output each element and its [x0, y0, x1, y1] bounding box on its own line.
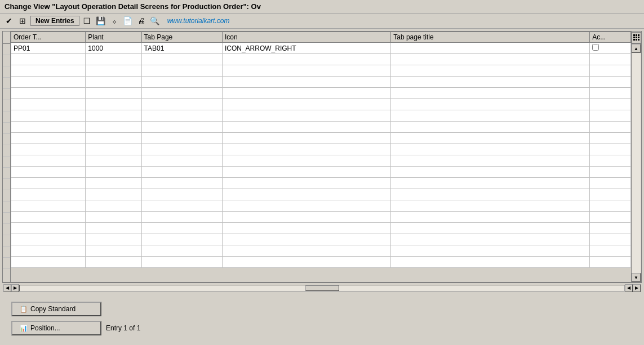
cell-icon[interactable] [222, 122, 390, 133]
cell-plant[interactable] [86, 110, 141, 122]
cell-order_type[interactable] [11, 155, 86, 167]
cell-plant[interactable] [86, 212, 141, 223]
cell-tab_page[interactable] [141, 144, 222, 155]
cell-order_type[interactable] [11, 122, 86, 133]
table-row[interactable] [11, 65, 631, 77]
cell-tab_page[interactable] [141, 88, 222, 99]
cell-icon[interactable] [222, 178, 390, 189]
hscroll-end-left-button[interactable]: ◀ [625, 284, 633, 292]
cell-order_type[interactable] [11, 167, 86, 178]
scroll-down-button[interactable]: ▼ [632, 273, 641, 282]
cell-tab_page_title[interactable] [391, 99, 590, 110]
cell-plant[interactable] [86, 223, 141, 234]
copy-standard-button[interactable]: 📋 Copy Standard [11, 302, 101, 316]
cell-tab_page[interactable] [141, 212, 222, 223]
hscroll-left-button[interactable]: ◀ [3, 284, 11, 292]
cell-tab_page_title[interactable] [391, 65, 590, 77]
cell-tab_page_title[interactable] [391, 223, 590, 234]
cell-order_type[interactable] [11, 133, 86, 144]
undo-icon[interactable]: ⬦ [109, 15, 120, 26]
hscroll-track[interactable] [19, 285, 625, 292]
cell-tab_page[interactable] [141, 245, 222, 257]
cell-plant[interactable] [86, 77, 141, 88]
table-row[interactable] [11, 88, 631, 99]
cell-tab_page_title[interactable] [391, 155, 590, 167]
cell-tab_page[interactable] [141, 223, 222, 234]
cell-icon[interactable] [222, 77, 390, 88]
cell-tab_page_title[interactable] [391, 212, 590, 223]
cell-plant[interactable] [86, 155, 141, 167]
column-selector-icon[interactable] [632, 32, 641, 43]
checkmark-icon[interactable]: ✔ [3, 15, 15, 26]
cell-icon[interactable] [222, 54, 390, 65]
cell-order_type[interactable] [11, 178, 86, 189]
cell-tab_page[interactable] [141, 178, 222, 189]
cell-tab_page_title[interactable] [391, 189, 590, 200]
hscroll-end-right-button[interactable]: ▶ [633, 284, 641, 292]
table-row[interactable] [11, 99, 631, 110]
cell-icon[interactable] [222, 200, 390, 212]
table-row[interactable] [11, 200, 631, 212]
cell-order_type[interactable] [11, 200, 86, 212]
table-row[interactable] [11, 122, 631, 133]
scroll-up-button[interactable]: ▲ [632, 44, 641, 53]
cell-plant[interactable]: 1000 [86, 43, 141, 54]
table-row[interactable] [11, 110, 631, 122]
cell-tab_page_title[interactable] [391, 200, 590, 212]
cell-tab_page[interactable] [141, 234, 222, 245]
cell-plant[interactable] [86, 167, 141, 178]
cell-icon[interactable] [222, 133, 390, 144]
table-row[interactable] [11, 54, 631, 65]
table-row[interactable] [11, 245, 631, 257]
table-row[interactable] [11, 257, 631, 268]
hscroll-right-button[interactable]: ▶ [11, 284, 19, 292]
cell-tab_page[interactable] [141, 122, 222, 133]
ac-checkbox[interactable] [592, 44, 599, 51]
cell-tab_page[interactable] [141, 110, 222, 122]
cell-icon[interactable] [222, 65, 390, 77]
cell-plant[interactable] [86, 189, 141, 200]
cell-tab_page[interactable] [141, 65, 222, 77]
cell-plant[interactable] [86, 54, 141, 65]
cell-order_type[interactable] [11, 77, 86, 88]
cell-order_type[interactable]: PP01 [11, 43, 86, 54]
cell-plant[interactable] [86, 133, 141, 144]
cell-plant[interactable] [86, 88, 141, 99]
cell-tab_page_title[interactable] [391, 167, 590, 178]
cell-tab_page[interactable] [141, 189, 222, 200]
cell-tab_page_title[interactable] [391, 178, 590, 189]
cell-order_type[interactable] [11, 223, 86, 234]
cell-plant[interactable] [86, 178, 141, 189]
cell-order_type[interactable] [11, 212, 86, 223]
cell-icon[interactable] [222, 212, 390, 223]
cell-order_type[interactable] [11, 65, 86, 77]
table-row[interactable] [11, 167, 631, 178]
cell-tab_page[interactable] [141, 200, 222, 212]
cell-order_type[interactable] [11, 54, 86, 65]
cell-icon[interactable] [222, 245, 390, 257]
cell-tab_page_title[interactable] [391, 88, 590, 99]
position-button[interactable]: 📊 Position... [11, 321, 101, 335]
cell-icon[interactable]: ICON_ARROW_RIGHT [222, 43, 390, 54]
cell-tab_page_title[interactable] [391, 54, 590, 65]
cell-tab_page[interactable] [141, 54, 222, 65]
cell-tab_page[interactable]: TAB01 [141, 43, 222, 54]
print-icon[interactable]: 🖨 [136, 15, 147, 26]
cell-order_type[interactable] [11, 257, 86, 268]
cell-icon[interactable] [222, 99, 390, 110]
table-icon[interactable]: ⊞ [17, 15, 28, 26]
cell-plant[interactable] [86, 144, 141, 155]
cell-icon[interactable] [222, 257, 390, 268]
cell-icon[interactable] [222, 234, 390, 245]
save-icon[interactable]: 💾 [95, 15, 106, 26]
cell-tab_page[interactable] [141, 99, 222, 110]
cell-order_type[interactable] [11, 88, 86, 99]
cell-order_type[interactable] [11, 99, 86, 110]
cell-icon[interactable] [222, 110, 390, 122]
cell-tab_page_title[interactable] [391, 234, 590, 245]
cell-order_type[interactable] [11, 189, 86, 200]
cell-plant[interactable] [86, 65, 141, 77]
table-row[interactable] [11, 189, 631, 200]
cell-tab_page_title[interactable] [391, 77, 590, 88]
cell-icon[interactable] [222, 88, 390, 99]
